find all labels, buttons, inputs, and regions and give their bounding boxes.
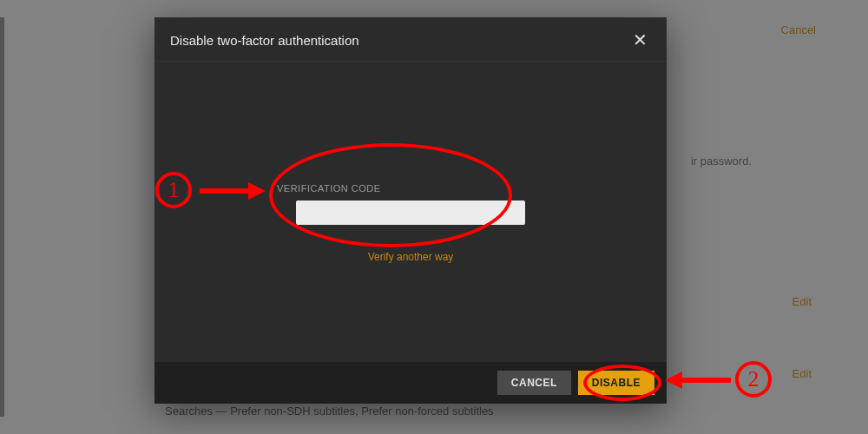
modal-footer: CANCEL DISABLE: [155, 362, 667, 404]
verify-another-way-link[interactable]: Verify another way: [368, 251, 454, 263]
verification-code-label: VERIFICATION CODE: [277, 183, 381, 194]
cancel-button[interactable]: CANCEL: [497, 371, 571, 395]
modal-header: Disable two-factor authentication ✕: [155, 17, 667, 62]
disable-2fa-modal: Disable two-factor authentication ✕ VERI…: [155, 17, 667, 404]
close-icon[interactable]: ✕: [629, 30, 651, 50]
disable-button[interactable]: DISABLE: [578, 371, 654, 395]
modal-title: Disable two-factor authentication: [170, 33, 359, 48]
modal-body: VERIFICATION CODE Verify another way: [155, 62, 667, 362]
verification-code-input[interactable]: [296, 201, 525, 225]
